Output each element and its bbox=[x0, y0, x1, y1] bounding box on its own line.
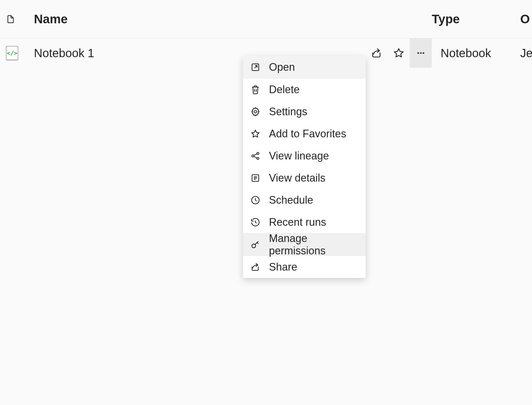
row-type: Notebook bbox=[432, 47, 520, 60]
context-menu: Open Delete Settings Add to F bbox=[243, 56, 366, 278]
menu-add-favorites-label: Add to Favorites bbox=[269, 128, 346, 140]
menu-open-label: Open bbox=[269, 61, 295, 73]
menu-manage-permissions[interactable]: Manage permissions bbox=[243, 233, 366, 256]
menu-view-lineage[interactable]: View lineage bbox=[243, 145, 366, 167]
header-type[interactable]: Type bbox=[432, 12, 520, 26]
header-name[interactable]: Name bbox=[34, 12, 432, 26]
menu-delete[interactable]: Delete bbox=[243, 78, 366, 101]
notebook-icon: </> bbox=[6, 46, 18, 60]
row-name-text: Notebook 1 bbox=[34, 47, 94, 60]
menu-open[interactable]: Open bbox=[243, 56, 366, 78]
menu-manage-permissions-label: Manage permissions bbox=[269, 232, 359, 257]
row-icon-col: </> bbox=[6, 46, 34, 60]
file-icon bbox=[6, 14, 15, 24]
row-owner: Jer bbox=[520, 47, 532, 60]
details-icon bbox=[250, 173, 261, 183]
menu-schedule-label: Schedule bbox=[269, 194, 313, 206]
more-options-button[interactable] bbox=[410, 38, 432, 68]
table-header-row: Name Type O bbox=[0, 0, 532, 38]
row-actions bbox=[365, 38, 432, 68]
menu-settings-label: Settings bbox=[269, 106, 307, 118]
clock-icon bbox=[250, 195, 261, 205]
header-icon-col bbox=[6, 14, 34, 24]
share-icon bbox=[250, 262, 261, 272]
favorite-button[interactable] bbox=[387, 38, 410, 68]
menu-delete-label: Delete bbox=[269, 83, 300, 96]
share-icon bbox=[371, 47, 382, 59]
svg-point-1 bbox=[420, 52, 421, 54]
menu-view-details[interactable]: View details bbox=[243, 167, 366, 189]
svg-point-2 bbox=[423, 52, 424, 54]
menu-recent-runs-label: Recent runs bbox=[269, 216, 326, 228]
lineage-icon bbox=[250, 151, 261, 161]
history-icon bbox=[250, 217, 261, 228]
menu-settings[interactable]: Settings bbox=[243, 101, 366, 123]
trash-icon bbox=[250, 84, 261, 95]
gear-icon bbox=[250, 106, 261, 117]
key-icon bbox=[250, 239, 261, 250]
svg-point-0 bbox=[417, 52, 419, 54]
svg-point-4 bbox=[254, 110, 257, 113]
header-owner[interactable]: O bbox=[520, 12, 532, 26]
menu-add-favorites[interactable]: Add to Favorites bbox=[243, 123, 366, 145]
menu-share-label: Share bbox=[269, 261, 297, 273]
ellipsis-icon bbox=[416, 48, 426, 58]
open-icon bbox=[250, 62, 261, 73]
share-button[interactable] bbox=[365, 38, 387, 68]
menu-schedule[interactable]: Schedule bbox=[243, 189, 366, 211]
menu-view-details-label: View details bbox=[269, 172, 325, 184]
menu-recent-runs[interactable]: Recent runs bbox=[243, 211, 366, 233]
star-icon bbox=[393, 47, 405, 59]
menu-view-lineage-label: View lineage bbox=[269, 150, 329, 162]
star-icon bbox=[250, 129, 261, 139]
menu-share[interactable]: Share bbox=[243, 256, 366, 278]
